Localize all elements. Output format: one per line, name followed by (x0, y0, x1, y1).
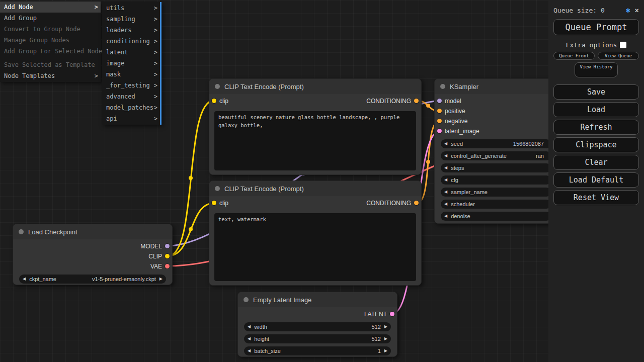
node-load-checkpoint[interactable]: Load Checkpoint MODEL CLIP VAE ◀ ckpt_na… (13, 224, 173, 285)
node-header[interactable]: CLIP Text Encode (Prompt) (209, 79, 421, 94)
submenu-item-for-testing[interactable]: _for_testing > (102, 80, 160, 91)
collapse-dot-icon[interactable] (215, 84, 220, 89)
widget-denoise[interactable]: ◀ denoise (441, 212, 551, 221)
decrement-arrow-icon[interactable]: ◀ (444, 212, 447, 221)
collapse-dot-icon[interactable] (215, 186, 220, 191)
increment-arrow-icon[interactable]: ▶ (384, 334, 387, 343)
slot-row: MODEL (13, 241, 172, 251)
decrement-arrow-icon[interactable]: ◀ (444, 151, 447, 160)
submenu-item-sampling[interactable]: sampling > (102, 14, 160, 25)
widget-batch-size[interactable]: ◀ batch_size 1 ▶ (244, 346, 391, 355)
prompt-textarea[interactable]: text, watermark (214, 213, 416, 281)
input-slot-clip[interactable] (212, 99, 216, 103)
submenu-item-latent[interactable]: latent > (102, 47, 160, 58)
view-history-button[interactable]: View History (575, 62, 618, 77)
slot-row: clip CONDITIONING (209, 96, 421, 106)
output-slot-model[interactable] (165, 244, 170, 248)
decrement-arrow-icon[interactable]: ◀ (444, 175, 447, 185)
submenu-item-advanced[interactable]: advanced > (102, 91, 160, 102)
widget-scheduler[interactable]: ◀ scheduler (441, 200, 551, 209)
load-default-button[interactable]: Load Default (553, 172, 639, 188)
input-label: negative (445, 118, 467, 125)
submenu-item-model-patches[interactable]: model_patches > (102, 102, 160, 113)
menu-item-save-selected-as-template: Save Selected as Template (0, 59, 101, 70)
extra-options-checkbox[interactable] (620, 42, 626, 48)
save-button[interactable]: Save (553, 84, 639, 100)
clear-button[interactable]: Clear (553, 155, 639, 170)
refresh-button[interactable]: Refresh (553, 120, 639, 135)
decrement-arrow-icon[interactable]: ◀ (248, 334, 251, 343)
settings-icon[interactable]: ✱ (626, 6, 630, 15)
widget-cfg[interactable]: ◀ cfg (441, 175, 551, 185)
decrement-arrow-icon[interactable]: ◀ (248, 322, 251, 331)
menu-item-node-templates[interactable]: Node Templates > (0, 70, 101, 81)
submenu-item-loaders[interactable]: loaders > (102, 25, 160, 36)
widget-width[interactable]: ◀ width 512 ▶ (244, 322, 391, 331)
close-icon[interactable]: ✕ (635, 6, 639, 14)
widget-ckpt-name[interactable]: ◀ ckpt_name v1-5-pruned-emaonly.ckpt ▶ (19, 275, 166, 284)
submenu-item-conditioning[interactable]: conditioning > (102, 36, 160, 47)
submenu-item-api[interactable]: api > (102, 113, 160, 124)
view-queue-button[interactable]: View Queue (598, 52, 639, 60)
submenu-item-image[interactable]: image > (102, 58, 160, 69)
increment-arrow-icon[interactable]: ▶ (159, 275, 163, 284)
node-clip-text-encode-2[interactable]: CLIP Text Encode (Prompt) clip CONDITION… (209, 180, 422, 286)
output-slot-clip[interactable] (165, 254, 170, 258)
decrement-arrow-icon[interactable]: ◀ (444, 188, 447, 197)
node-header[interactable]: Empty Latent Image (238, 292, 397, 307)
load-button[interactable]: Load (553, 102, 639, 117)
increment-arrow-icon[interactable]: ▶ (384, 322, 387, 331)
widget-seed[interactable]: ◀ seed 1566802087 (441, 139, 551, 148)
widget-sampler-name[interactable]: ◀ sampler_name (441, 188, 551, 197)
menu-item-add-node[interactable]: Add Node > (0, 2, 101, 13)
input-slot-model[interactable] (437, 99, 442, 103)
extra-options-label: Extra options (566, 41, 617, 49)
input-slot-positive[interactable] (437, 109, 442, 113)
slot-row: clip CONDITIONING (209, 198, 421, 208)
queue-prompt-button[interactable]: Queue Prompt (553, 19, 639, 35)
submenu-arrow-icon: > (154, 47, 157, 58)
node-title: CLIP Text Encode (Prompt) (224, 185, 304, 193)
output-label: MODEL (140, 243, 162, 250)
widget-label: control_after_generate (451, 153, 507, 159)
node-clip-text-encode-1[interactable]: CLIP Text Encode (Prompt) clip CONDITION… (209, 78, 422, 175)
clipspace-button[interactable]: Clipspace (553, 137, 639, 152)
collapse-dot-icon[interactable] (244, 297, 249, 302)
widget-height[interactable]: ◀ height 512 ▶ (244, 334, 391, 343)
widget-control-after-generate[interactable]: ◀ control_after_generate ran (441, 151, 551, 160)
collapse-dot-icon[interactable] (19, 229, 24, 234)
submenu-arrow-icon: > (154, 58, 157, 69)
widget-value: v1-5-pruned-emaonly.ckpt (92, 276, 156, 282)
menu-item-convert-to-group-node: Convert to Group Node (0, 24, 101, 35)
increment-arrow-icon[interactable]: ▶ (384, 346, 387, 355)
node-header[interactable]: CLIP Text Encode (Prompt) (209, 181, 421, 196)
node-header[interactable]: Load Checkpoint (13, 224, 172, 239)
decrement-arrow-icon[interactable]: ◀ (444, 163, 447, 172)
decrement-arrow-icon[interactable]: ◀ (444, 200, 447, 209)
output-slot-conditioning[interactable] (414, 201, 419, 205)
collapse-dot-icon[interactable] (440, 84, 445, 89)
input-slot-clip[interactable] (212, 201, 216, 205)
output-slot-latent[interactable] (390, 312, 394, 316)
menu-item-label: Add Node (4, 4, 33, 11)
node-header[interactable]: KSampler (435, 79, 557, 94)
node-ksampler[interactable]: KSampler model positive negative latent_… (434, 78, 557, 224)
decrement-arrow-icon[interactable]: ◀ (248, 346, 251, 355)
submenu-item-mask[interactable]: mask > (102, 69, 160, 80)
node-empty-latent-image[interactable]: Empty Latent Image LATENT ◀ width 512 ▶ … (237, 292, 397, 357)
output-slot-vae[interactable] (165, 264, 170, 268)
input-slot-latent-image[interactable] (437, 129, 442, 133)
queue-front-button[interactable]: Queue Front (553, 52, 595, 60)
reset-view-button[interactable]: Reset View (553, 190, 639, 205)
widget-value: 1 (378, 348, 381, 354)
menu-item-add-group[interactable]: Add Group (0, 13, 101, 24)
submenu-arrow-icon: > (95, 70, 98, 81)
submenu-item-utils[interactable]: utils > (102, 3, 160, 14)
decrement-arrow-icon[interactable]: ◀ (444, 139, 447, 148)
output-slot-conditioning[interactable] (414, 99, 419, 103)
widget-steps[interactable]: ◀ steps (441, 163, 551, 172)
decrement-arrow-icon[interactable]: ◀ (23, 275, 26, 284)
menu-item-label: advanced (106, 93, 135, 100)
input-slot-negative[interactable] (437, 119, 442, 123)
prompt-textarea[interactable]: beautiful scenery nature glass bottle la… (214, 111, 416, 170)
